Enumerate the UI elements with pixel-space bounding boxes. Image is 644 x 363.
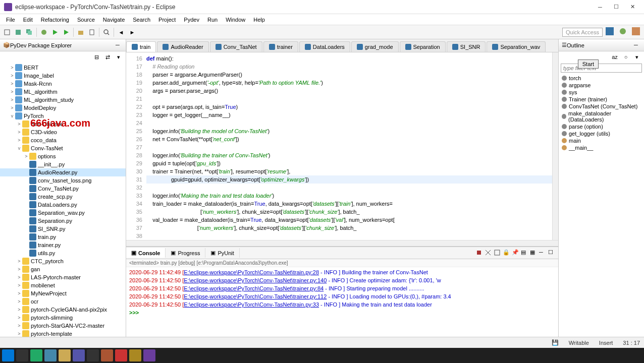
menu-pydev[interactable]: Pydev <box>180 16 203 24</box>
tree-item[interactable]: >BERT <box>0 64 126 72</box>
console-link[interactable]: E:\eclipse-workspace\PyTorch\Conv-TasNet… <box>184 269 319 275</box>
code-line[interactable] <box>146 232 552 240</box>
tree-item[interactable]: Conv_TasNet.py <box>0 185 126 193</box>
taskbar-app-6[interactable] <box>101 349 113 361</box>
tree-toggle-icon[interactable]: v <box>9 113 15 118</box>
tree-item[interactable]: >options <box>0 152 126 160</box>
tree-toggle-icon[interactable]: > <box>16 291 22 296</box>
tree-item[interactable]: conv_tasnet_loss.png <box>0 176 126 185</box>
tree-toggle-icon[interactable]: > <box>16 130 22 135</box>
menu-navigate[interactable]: Navigate <box>99 16 129 24</box>
code-line[interactable]: gpuid=gpuid, optimizer_kwargs=opt['optim… <box>146 175 552 184</box>
menu-file[interactable]: File <box>2 16 19 24</box>
forward-button[interactable]: ► <box>127 27 137 37</box>
tree-item[interactable]: >pytorch-StarGAN-VC2-master <box>0 322 126 330</box>
display-selected-icon[interactable]: ▤ <box>521 249 529 257</box>
tree-item[interactable]: >LAS-Pytorch-master <box>0 273 126 281</box>
taskbar-app-2[interactable] <box>44 349 57 361</box>
tree-toggle-icon[interactable]: > <box>16 299 22 304</box>
tree-toggle-icon[interactable]: > <box>16 331 22 336</box>
tree-toggle-icon[interactable]: > <box>9 97 15 102</box>
code-line[interactable]: ['num_workers'], chunk_size=opt['dataset… <box>146 224 552 232</box>
perspective-pydev-icon[interactable] <box>606 27 616 37</box>
tree-item[interactable]: >ML_algorithm <box>0 88 126 96</box>
tree-toggle-icon[interactable]: > <box>9 73 15 78</box>
tree-toggle-icon[interactable]: > <box>23 154 29 159</box>
code-line[interactable] <box>146 143 552 151</box>
tree-item[interactable]: __init__.py <box>0 160 126 168</box>
tree-toggle-icon[interactable]: > <box>16 315 22 320</box>
tree-item[interactable]: >C3D-video <box>0 128 126 136</box>
outline-item[interactable]: ConvTasNet (Conv_TasNet) <box>561 103 642 110</box>
menu-edit[interactable]: Edit <box>19 16 37 24</box>
tree-item[interactable]: train.py <box>0 233 126 241</box>
outline-item[interactable]: parse (option) <box>561 123 642 130</box>
tree-item[interactable]: >ModelDeploy <box>0 104 126 112</box>
code-line[interactable]: logger.info('Building the trainer of Con… <box>146 151 552 159</box>
terminate-icon[interactable] <box>475 249 484 257</box>
tree-item[interactable]: >mobilenet <box>0 281 126 289</box>
collapse-all-icon[interactable]: ⊟ <box>91 52 101 62</box>
editor-tab[interactable]: Separation <box>400 41 446 52</box>
tree-item[interactable]: >Mask-Rcnn <box>0 80 126 88</box>
back-button[interactable]: ◄ <box>116 27 126 37</box>
menu-run[interactable]: Run <box>203 16 222 24</box>
minimize-console-icon[interactable]: ─ <box>539 249 547 257</box>
taskbar-app-4[interactable] <box>73 349 85 361</box>
open-console-icon[interactable]: ▦ <box>530 249 538 257</box>
tree-item[interactable]: >CTC_pytorch <box>0 257 126 265</box>
outline-filter-input[interactable] <box>561 64 642 73</box>
code-area[interactable]: def main(): # Reading option parser = ar… <box>146 52 552 240</box>
save-button[interactable] <box>13 27 23 37</box>
quick-access-input[interactable]: Quick Access <box>562 28 603 37</box>
console-link[interactable]: E:\eclipse-workspace\PyTorch\Conv-TasNet… <box>184 285 324 291</box>
code-line[interactable] <box>146 184 552 192</box>
console-tab[interactable]: ▣Console <box>126 248 166 258</box>
tree-item[interactable]: >pytorch-slimming <box>0 314 126 322</box>
code-line[interactable]: def main(): <box>146 54 552 63</box>
clear-console-icon[interactable] <box>494 249 502 257</box>
editor-tab[interactable]: grad_mode <box>351 41 399 52</box>
tree-item[interactable]: DataLoaders.py <box>0 201 126 209</box>
console-link[interactable]: E:\eclipse-workspace\PyTorch\Conv-TasNet… <box>184 277 327 283</box>
outline-menu-icon[interactable]: ▾ <box>632 52 642 62</box>
close-button[interactable]: ✕ <box>625 2 640 12</box>
tree-item[interactable]: trainer.py <box>0 241 126 249</box>
tree-item[interactable]: >pytorch-template <box>0 330 126 337</box>
tree-item[interactable]: vPyTorch <box>0 112 126 120</box>
code-line[interactable] <box>146 95 552 103</box>
code-line[interactable]: trainer = Trainer(net, **opt['train'], r… <box>146 167 552 175</box>
tree-item[interactable]: >pytorch-CycleGAN-and-pix2pix <box>0 306 126 314</box>
code-line[interactable] <box>146 119 552 127</box>
tree-toggle-icon[interactable]: > <box>16 283 22 288</box>
tree-toggle-icon[interactable]: > <box>9 105 15 110</box>
code-line[interactable]: val_loader = make_dataloader(is_train=Tr… <box>146 216 552 224</box>
windows-taskbar[interactable] <box>0 348 644 363</box>
editor-tab[interactable]: Conv_TasNet <box>210 41 262 52</box>
code-line[interactable]: gpuid = tuple(opt['gpu_ids']) <box>146 159 552 167</box>
taskbar-app-8[interactable] <box>129 349 141 361</box>
new-module-button[interactable] <box>87 27 97 37</box>
taskbar-app-3[interactable] <box>59 349 71 361</box>
console-tab[interactable]: ▣Progress <box>166 248 205 258</box>
editor-scrollbar-v[interactable] <box>552 52 558 240</box>
pin-console-icon[interactable]: 📌 <box>512 249 520 257</box>
maximize-button[interactable]: ☐ <box>609 2 624 12</box>
menu-help[interactable]: Help <box>249 16 269 24</box>
taskbar-app-9[interactable] <box>143 349 155 361</box>
console-link[interactable]: E:\eclipse-workspace\PyTorch\Conv-TasNet… <box>184 293 327 299</box>
code-line[interactable]: parser = argparse.ArgumentParser() <box>146 71 552 79</box>
code-line[interactable]: net = ConvTasNet(**opt['net_conf']) <box>146 135 552 143</box>
tree-toggle-icon[interactable]: > <box>16 323 22 328</box>
outline-item[interactable]: Trainer (trainer) <box>561 96 642 103</box>
hide-fields-icon[interactable]: ○ <box>621 52 631 62</box>
tree-toggle-icon[interactable]: > <box>16 122 22 127</box>
run-last-button[interactable] <box>61 27 71 37</box>
taskbar-app-7[interactable] <box>115 349 127 361</box>
editor-tab[interactable]: AudioReader <box>157 41 208 52</box>
perspective-java-icon[interactable] <box>632 27 642 37</box>
outline-item[interactable]: argparse <box>561 82 642 89</box>
tree-toggle-icon[interactable]: v <box>16 146 22 151</box>
outline-item[interactable]: sys <box>561 89 642 96</box>
perspective-debug-icon[interactable] <box>619 27 629 37</box>
